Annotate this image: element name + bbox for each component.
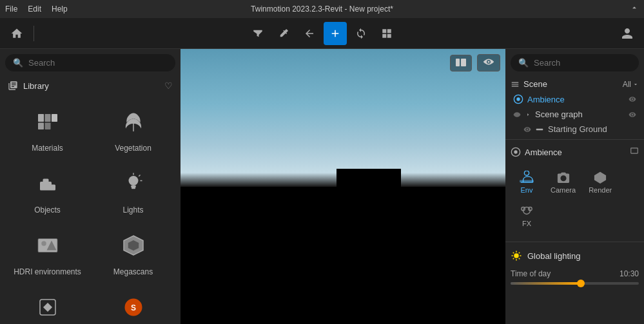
svg-rect-4: [38, 114, 44, 122]
svg-rect-1: [387, 29, 391, 33]
tab-fx[interactable]: FX: [511, 200, 543, 231]
library-item-vegetation[interactable]: Vegetation: [91, 100, 175, 160]
tod-track: [511, 282, 581, 285]
tabs-row-2: FX: [511, 200, 639, 231]
scene-graph-eye-icon[interactable]: [629, 111, 636, 119]
camera-tab-label: Camera: [551, 186, 576, 194]
ambience-section-label: Ambience: [525, 148, 562, 157]
scene-label: Scene: [523, 79, 547, 89]
library-item-materials[interactable]: Materials: [5, 100, 90, 160]
menu-bar: File Edit Help Twinmotion 2023.2.3-Revit…: [0, 0, 644, 18]
chevron-right-icon: [525, 111, 531, 118]
ambience-expand-icon[interactable]: [630, 146, 639, 158]
divider-1: [505, 139, 644, 140]
app-title: Twinmotion 2023.2.3-Revit - New project*: [251, 5, 393, 14]
toolbar-left: [5, 22, 37, 45]
favorites-icon[interactable]: ♡: [164, 81, 173, 91]
menu-help[interactable]: Help: [52, 5, 68, 14]
tab-render[interactable]: Render: [583, 167, 617, 198]
objects-label: Objects: [34, 205, 61, 214]
svg-point-35: [514, 150, 517, 153]
menu-file[interactable]: File: [5, 5, 17, 14]
scene-item-starting-ground[interactable]: Starting Ground: [518, 122, 641, 137]
svg-text:S: S: [130, 303, 135, 312]
tod-value: 10:30: [620, 269, 639, 278]
svg-rect-14: [131, 186, 136, 187]
profile-button[interactable]: [616, 22, 639, 45]
building-top: [337, 169, 401, 187]
filter-tool-button[interactable]: [246, 22, 269, 45]
tab-camera[interactable]: Camera: [545, 167, 581, 198]
right-search-bar[interactable]: 🔍: [511, 54, 639, 71]
svg-rect-0: [382, 29, 386, 33]
scene-graph-label: Scene graph: [535, 110, 583, 119]
svg-line-49: [513, 258, 514, 260]
viewport[interactable]: [181, 49, 505, 324]
ground-plane-icon: [535, 125, 544, 134]
toolbar: [0, 18, 644, 49]
back-tool-button[interactable]: [298, 22, 321, 45]
scene-all-label: All: [623, 80, 631, 89]
eye-starting-ground-icon[interactable]: [523, 126, 531, 133]
starting-ground-label: Starting Ground: [548, 124, 607, 134]
ambience-section-icon: [511, 147, 521, 157]
tab-env[interactable]: Env: [511, 167, 543, 198]
right-search-input[interactable]: [534, 58, 642, 68]
viewport-layout-button[interactable]: [450, 55, 472, 71]
svg-line-46: [513, 253, 514, 254]
menu-right: [630, 3, 639, 15]
right-sidebar: 🔍 Scene All Ambience: [505, 49, 644, 324]
ambience-tree-label: Ambience: [527, 95, 565, 104]
svg-rect-30: [461, 59, 466, 66]
svg-rect-6: [52, 114, 57, 122]
scene-all-button[interactable]: All: [623, 80, 639, 89]
ambience-eye-icon[interactable]: [629, 95, 636, 103]
library-item-lights[interactable]: Lights: [91, 162, 175, 222]
fx-tab-label: FX: [522, 220, 531, 227]
toolbar-center: [246, 22, 398, 45]
hamburger-icon: [511, 80, 520, 89]
left-sidebar: 🔍 Library ♡: [0, 49, 181, 324]
library-label: Library: [23, 81, 49, 91]
svg-marker-37: [594, 172, 606, 184]
env-tab-label: Env: [521, 186, 533, 194]
main-layout: 🔍 Library ♡: [0, 49, 644, 324]
library-item-sketchfab[interactable]: Sketchfab: [5, 285, 90, 324]
vegetation-label: Vegetation: [115, 144, 151, 153]
tod-slider[interactable]: [511, 282, 639, 285]
objects-icon: [35, 172, 61, 200]
camera-tab-icon: [556, 171, 571, 184]
lights-icon: [121, 172, 146, 200]
home-button[interactable]: [5, 22, 28, 45]
svg-marker-25: [128, 240, 139, 251]
time-of-day-section: Time of day 10:30: [505, 267, 644, 290]
svg-rect-33: [536, 128, 543, 129]
vegetation-icon: [121, 110, 146, 138]
viewport-view-button[interactable]: [477, 54, 500, 71]
tod-label: Time of day: [511, 269, 551, 278]
left-search-bar[interactable]: 🔍: [5, 54, 175, 71]
left-search-input[interactable]: [28, 58, 168, 68]
library-item-objects[interactable]: Objects: [5, 162, 90, 222]
library-item-hdri[interactable]: HDRI environments: [5, 224, 90, 284]
library-title: Library: [8, 81, 49, 91]
menu-edit[interactable]: Edit: [28, 5, 41, 14]
add-tool-button[interactable]: [324, 22, 347, 45]
viewport-canvas: [181, 49, 505, 324]
library-item-megascans[interactable]: Megascans: [91, 224, 175, 284]
adobe-substance-icon: S: [121, 296, 146, 324]
fx-tab-icon: [520, 204, 534, 217]
svg-rect-7: [38, 123, 44, 130]
scene-item-ambience[interactable]: Ambience: [508, 91, 641, 107]
materials-icon: [35, 110, 61, 138]
scene-item-scene-graph[interactable]: Scene graph: [508, 107, 641, 122]
eye-scene-graph-icon[interactable]: [513, 111, 521, 119]
library-item-adobe-substance[interactable]: S Adobe Substance 3D: [91, 285, 175, 324]
layout-tool-button[interactable]: [375, 22, 398, 45]
viewport-overlay: [450, 54, 500, 71]
ground: [181, 187, 505, 325]
eyedropper-tool-button[interactable]: [272, 22, 295, 45]
sync-tool-button[interactable]: [349, 22, 373, 45]
svg-rect-15: [132, 187, 135, 189]
svg-point-22: [41, 241, 46, 246]
